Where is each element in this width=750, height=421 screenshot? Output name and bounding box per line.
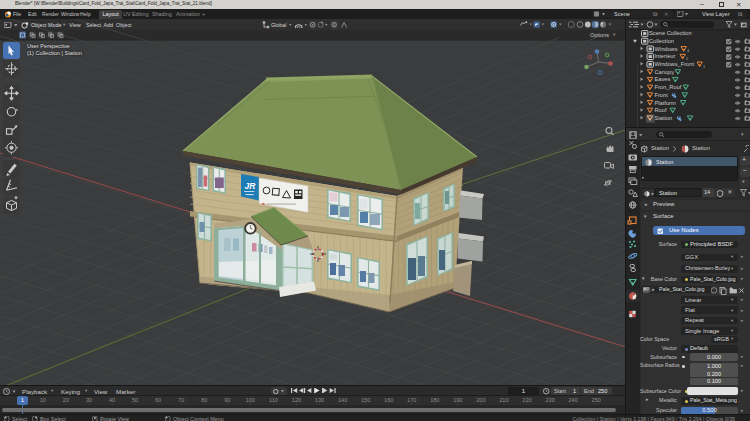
svg-text:120: 120 [292,397,301,403]
svg-text:4: 4 [687,49,689,53]
svg-text:70: 70 [178,397,184,403]
svg-text:140: 140 [338,397,347,403]
svg-text:210: 210 [499,397,508,403]
svg-text:1: 1 [703,65,705,69]
svg-text:40: 40 [109,397,115,403]
svg-text:100: 100 [246,397,255,403]
svg-text:90: 90 [224,397,230,403]
svg-text:50: 50 [132,397,138,403]
svg-text:190: 190 [453,397,462,403]
svg-text:180: 180 [430,397,439,403]
svg-text:200: 200 [476,397,485,403]
svg-text:10: 10 [40,397,46,403]
svg-text:30: 30 [86,397,92,403]
svg-text:130: 130 [315,397,324,403]
svg-text:250: 250 [592,397,601,403]
svg-text:230: 230 [545,397,554,403]
svg-text:220: 220 [522,397,531,403]
svg-text:160: 160 [384,397,393,403]
svg-text:20: 20 [63,397,69,403]
svg-text:240: 240 [568,397,577,403]
svg-text:170: 170 [407,397,416,403]
svg-text:80: 80 [201,397,207,403]
svg-text:110: 110 [269,397,278,403]
svg-text:150: 150 [361,397,370,403]
svg-text:JR: JR [245,181,257,191]
svg-text:60: 60 [155,397,161,403]
